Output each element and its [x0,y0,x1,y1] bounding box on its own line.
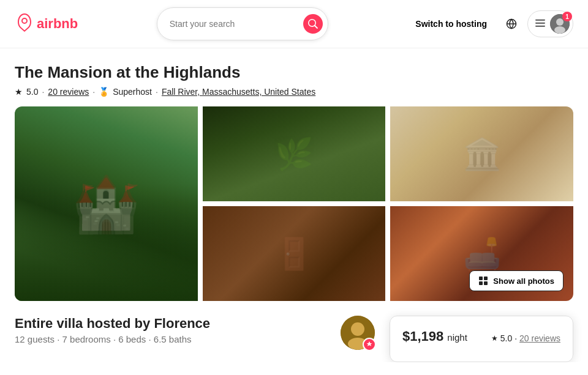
airbnb-logo-icon [15,13,34,35]
price-star-icon: ★ [491,334,498,343]
svg-rect-3 [535,23,545,24]
avatar: 1 [550,14,570,34]
host-superhost-badge [363,338,376,351]
main-content: The Mansion at the Highlands ★ 5.0 · 20 … [0,48,588,362]
superhost-label: Superhost [113,87,152,97]
price-amount: $1,198 [402,329,443,344]
search-button[interactable] [303,14,323,34]
globe-icon [506,18,517,29]
svg-point-6 [556,18,564,26]
svg-rect-10 [484,277,488,280]
svg-rect-4 [535,26,545,27]
photo-top-right[interactable]: 🏛️ [390,106,573,201]
host-avatar-container [341,316,375,350]
logo[interactable]: airbnb [15,13,78,35]
rating-value: 5.0 [26,87,38,97]
price-rating: ★ 5.0 · 20 reviews [491,333,560,343]
listing-title: The Mansion at the Highlands [15,63,573,82]
star-icon: ★ [15,87,23,97]
grid-icon [478,276,488,286]
search-bar[interactable] [157,7,328,40]
globe-button[interactable] [500,13,522,35]
header-right: Switch to hosting [407,10,573,37]
price-card: $1,198 night ★ 5.0 · 20 reviews [390,316,573,362]
price-dot-separator: · [514,333,517,343]
svg-rect-2 [535,20,545,21]
listing-specs: 12 guests · 7 bedrooms · 6 beds · 6.5 ba… [15,334,210,344]
price-rating-value: 5.0 [500,333,512,343]
switch-hosting-button[interactable]: Switch to hosting [407,13,496,35]
photo-grid: 🏰 🌿 🏛️ 🚪 🛋️ Show all photos [15,106,573,301]
search-icon [308,19,318,29]
photo-main[interactable]: 🏰 [15,106,198,301]
reviews-link[interactable]: 20 reviews [48,87,89,97]
show-all-photos-button[interactable]: Show all photos [469,270,564,291]
listing-lower: Entire villa hosted by Florence 12 guest… [15,316,573,362]
superhost-icon: 🏅 [99,87,109,97]
notification-badge: 1 [562,12,572,21]
photo-top-left[interactable]: 🌿 [203,106,386,201]
price-line: $1,198 night ★ 5.0 · 20 reviews [402,329,560,344]
search-input[interactable] [170,19,298,29]
price-night-label: night [447,332,467,343]
header: airbnb Switch to hosting [0,0,588,48]
location-link[interactable]: Fall River, Massachusetts, United States [162,87,315,97]
user-menu[interactable]: 1 [527,10,573,37]
svg-point-14 [351,322,364,336]
logo-text: airbnb [37,16,78,32]
svg-rect-11 [479,281,483,285]
dot-separator: · [42,87,44,97]
price-reviews-link[interactable]: 20 reviews [519,333,560,343]
listing-meta: ★ 5.0 · 20 reviews · 🏅 Superhost · Fall … [15,87,573,97]
dot-separator-3: · [156,87,158,97]
svg-point-7 [554,26,565,34]
listing-info: Entire villa hosted by Florence 12 guest… [15,316,375,350]
photo-bottom-left[interactable]: 🚪 [203,206,386,301]
svg-rect-12 [484,281,488,285]
show-all-photos-label: Show all photos [493,277,554,286]
hamburger-icon [535,18,545,30]
svg-rect-9 [479,277,483,280]
dot-separator-2: · [92,87,95,97]
medal-icon [366,341,373,348]
hosted-by-title: Entire villa hosted by Florence [15,316,210,332]
